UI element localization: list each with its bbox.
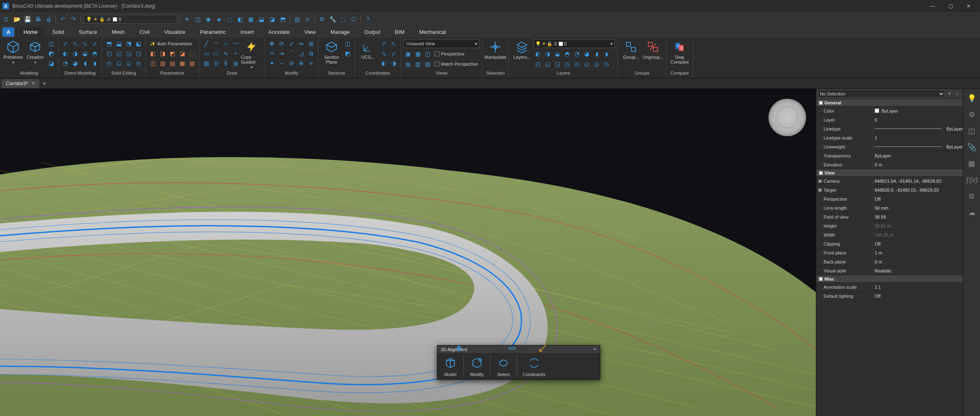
view-tool-1[interactable]: ▣ [403,49,412,58]
view-tool-5[interactable]: ▥ [413,60,422,69]
tool-icon-16[interactable]: ⎔ [349,15,358,24]
tool-icon-12[interactable]: ⎚ [303,15,312,24]
draw-helix-icon[interactable]: § [221,59,230,68]
props-pin-icon[interactable]: ⎚ [953,91,961,96]
pm-tool-7[interactable]: ▥ [158,59,167,68]
expand-camera-icon[interactable]: ▣ [818,178,822,184]
se-tool-7[interactable]: ◲ [124,49,133,58]
save-icon[interactable]: 💾 [23,15,32,24]
ly-tool-13[interactable]: ◴ [572,60,581,69]
draw-spline-icon[interactable]: ∿ [221,49,230,58]
tips-bulb-icon[interactable]: 💡 [967,93,977,104]
dwg-compare-button[interactable]: AB Dwg Compare [669,39,690,64]
tool-icon-14[interactable]: 🔧 [328,15,337,24]
file-tab-active[interactable]: Corridor3* ✕ [2,79,39,88]
print-icon[interactable]: 🖨 [44,15,53,24]
draw-region-icon[interactable]: ◎ [212,59,220,68]
ly-tool-10[interactable]: ◱ [543,60,552,69]
ft-modify[interactable]: Modify [464,353,490,379]
draw-point-icon[interactable]: • [231,49,240,58]
tool-icon-9[interactable]: ◪ [267,15,276,24]
open-file-icon[interactable]: 📂 [12,15,21,24]
mod-break-icon[interactable]: ⊘ [287,59,296,68]
settings-sliders-icon[interactable]: ⚙ [967,109,977,120]
dm-tool-10[interactable]: ◕ [71,59,80,68]
mod-align-icon[interactable]: ≡ [307,59,316,68]
draw-hatch-icon[interactable]: ▨ [202,59,211,68]
tab-manage[interactable]: Manage [323,27,357,38]
mod-chamfer-icon[interactable]: ◿ [297,49,306,58]
dm-tool-8[interactable]: ◓ [90,49,99,58]
copy-guided-button[interactable]: Copy Guided▾ [241,39,262,69]
se-tool-1[interactable]: ⬒ [105,39,114,48]
dm-tool-5[interactable]: ◐ [61,49,70,58]
new-file-icon[interactable]: 🗋 [2,15,11,24]
coord-tool-2[interactable]: ⬁ [389,39,398,48]
export-icon[interactable]: 🖶 [33,15,42,24]
ly-tool-1[interactable]: ◐ [533,49,542,58]
tab-mechanical[interactable]: Mechanical [412,27,453,38]
ly-tool-5[interactable]: ◔ [572,49,581,58]
draw-arc-icon[interactable]: ◠ [212,39,220,48]
expand-target-icon[interactable]: ▣ [818,187,822,193]
model-tool-3[interactable]: ◪ [47,59,56,68]
tab-parametric[interactable]: Parametric [193,27,233,38]
pm-tool-2[interactable]: ◨ [158,49,167,58]
dm-tool-9[interactable]: ◔ [61,59,70,68]
ft-select[interactable]: Select [490,353,517,379]
tab-mesh[interactable]: Mesh [105,27,132,38]
structure-icon[interactable]: ⧉ [967,191,977,201]
pm-tool-9[interactable]: ▦ [178,59,187,68]
ly-tool-14[interactable]: ◵ [582,60,591,69]
tool-icon-10[interactable]: ⬒ [278,15,287,24]
pm-tool-3[interactable]: ◩ [168,49,177,58]
dm-tool-11[interactable]: ◖ [80,59,89,68]
se-tool-3[interactable]: ⬔ [124,39,133,48]
tool-icon-11[interactable]: ▤ [292,15,301,24]
maximize-button[interactable]: ▢ [942,0,960,12]
viewport[interactable]: 3D Alignment ✕ Model Modify Se [0,89,816,416]
view-cube[interactable] [768,99,806,136]
grid-icon[interactable]: ▦ [967,158,977,169]
creation-button[interactable]: Creation▾ [24,39,46,64]
ly-tool-3[interactable]: ◒ [553,49,562,58]
tab-view[interactable]: View [297,27,323,38]
section-view[interactable]: ▣ View [816,169,963,176]
tab-civil[interactable]: Civil [132,27,157,38]
perspective-toggle[interactable]: Perspective [433,49,466,58]
draw-polyline-icon[interactable]: 〰 [231,39,240,48]
se-tool-2[interactable]: ⬓ [114,39,123,48]
ly-tool-11[interactable]: ◲ [553,60,562,69]
draw-rect-icon[interactable]: ▭ [202,49,211,58]
ucs-button[interactable]: UCS... [357,39,379,60]
se-tool-11[interactable]: ◶ [124,59,133,68]
mod-rotate-icon[interactable]: ⟳ [277,39,286,48]
fx-icon[interactable]: ƒ(x) [967,175,977,185]
app-menu-tab[interactable]: A [2,27,14,37]
add-file-tab[interactable]: + [40,80,49,87]
tool-icon-2[interactable]: ◫ [193,15,202,24]
dm-tool-12[interactable]: ◗ [90,59,99,68]
ly-tool-7[interactable]: ◖ [592,49,601,58]
help-icon[interactable]: ? [363,15,372,24]
minimize-button[interactable]: — [924,0,942,12]
coord-tool-3[interactable]: ⬂ [379,49,388,58]
pm-tool-5[interactable]: ⬚ [187,49,196,58]
se-tool-10[interactable]: ◵ [114,59,123,68]
filter-icon[interactable]: ⧩ [945,91,953,97]
cloud-icon[interactable]: ☁ [967,207,977,218]
ly-tool-2[interactable]: ◑ [543,49,552,58]
ft-model[interactable]: Model [437,353,463,379]
sec-tool-1[interactable]: ◫ [343,39,352,48]
ly-tool-16[interactable]: ◷ [602,60,611,69]
view-tool-2[interactable]: ▦ [413,49,422,58]
model-tool-1[interactable]: ◫ [47,39,56,48]
dm-tool-1[interactable]: ⬀ [61,39,70,48]
tab-home[interactable]: Home [16,27,45,38]
tab-solid[interactable]: Solid [45,27,71,38]
mod-offset-icon[interactable]: ⧉ [307,49,316,58]
ly-tool-12[interactable]: ◳ [563,60,572,69]
mod-explode-icon[interactable]: ✦ [267,59,276,68]
close-file-icon[interactable]: ✕ [31,81,35,86]
match-perspective-toggle[interactable]: Match Perspective [433,60,479,69]
